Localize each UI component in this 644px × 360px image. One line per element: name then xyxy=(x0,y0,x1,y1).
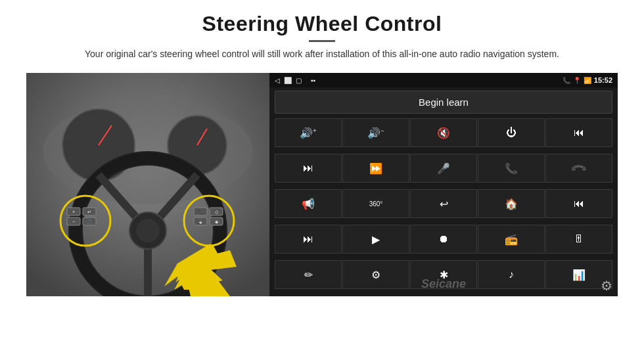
skip-next-icon: ⏭ xyxy=(303,233,313,245)
status-bar: ◁ ⬜ ▢ ▪▪ 📞 📍 📶 15:52 xyxy=(269,73,618,87)
android-ui-panel: ◁ ⬜ ▢ ▪▪ 📞 📍 📶 15:52 Begin learn xyxy=(269,73,618,296)
svg-point-12 xyxy=(136,219,160,242)
settings-gear-button[interactable]: ⚙ xyxy=(601,278,612,294)
navigate-button[interactable]: ▶ xyxy=(342,225,409,254)
begin-learn-button[interactable]: Begin learn xyxy=(275,91,612,114)
bluetooth-icon: ✱ xyxy=(440,269,448,281)
control-grid: 🔊+ 🔊− 🔇 ⏻ ⏮ ⏭ ⏩ 🎤 📞 📞 📢 360° ↩ 🏠 ⏮ ⏭ xyxy=(269,117,618,296)
prev-track-icon: ⏮ xyxy=(574,127,584,139)
hang-up-button[interactable]: 📞 xyxy=(545,154,612,183)
location-icon: 📍 xyxy=(573,77,581,84)
next-track-icon: ⏭ xyxy=(303,162,313,174)
next-track-button[interactable]: ⏭ xyxy=(275,154,342,183)
skip-next-button[interactable]: ⏭ xyxy=(275,225,342,254)
svg-text:↵: ↵ xyxy=(87,210,91,214)
vol-up-button[interactable]: 🔊+ xyxy=(275,118,342,147)
music-button[interactable]: ♪ xyxy=(478,260,545,289)
svg-text:🎵: 🎵 xyxy=(87,219,93,225)
phone-icon: 📞 xyxy=(563,77,570,84)
back-icon: ↩ xyxy=(440,198,448,210)
fast-fwd-button[interactable]: ⏩ xyxy=(342,154,409,183)
svg-text:+: + xyxy=(72,210,75,214)
radio-button[interactable]: 📻 xyxy=(478,225,545,254)
begin-learn-row: Begin learn xyxy=(269,87,618,117)
vol-down-button[interactable]: 🔊− xyxy=(342,118,409,147)
status-bar-left: ◁ ⬜ ▢ ▪▪ xyxy=(275,77,315,84)
title-divider xyxy=(309,40,335,42)
edit-icon: ✏ xyxy=(304,269,313,281)
home-button[interactable]: 🏠 xyxy=(478,189,545,218)
announce-icon: 📢 xyxy=(302,198,315,210)
source-button[interactable]: ⏺ xyxy=(410,225,477,254)
prev-icon: ⏮ xyxy=(574,198,584,210)
signal-icon: ▪▪ xyxy=(311,77,315,84)
content-row: + − ↵ 🎵 📞 ⬙ ◇ ◈ xyxy=(26,73,618,296)
navigate-icon: ▶ xyxy=(372,233,380,246)
home-icon: 🏠 xyxy=(505,198,518,210)
status-bar-right: 📞 📍 📶 15:52 xyxy=(563,76,612,84)
source-icon: ⏺ xyxy=(438,233,449,245)
bluetooth-button[interactable]: ✱ xyxy=(410,260,477,289)
home-nav-icon[interactable]: ⬜ xyxy=(284,77,292,84)
settings-dot-icon: ⚙ xyxy=(371,269,380,281)
steering-wheel-image: + − ↵ 🎵 📞 ⬙ ◇ ◈ xyxy=(26,73,269,296)
svg-text:📞: 📞 xyxy=(198,209,204,215)
announce-button[interactable]: 📢 xyxy=(275,189,342,218)
vol-down-icon: 🔊− xyxy=(367,127,384,139)
back-button[interactable]: ↩ xyxy=(410,189,477,218)
radio-icon: 📻 xyxy=(505,233,518,246)
camera-360-button[interactable]: 360° xyxy=(342,189,409,218)
title-section: Steering Wheel Control Your original car… xyxy=(85,12,559,69)
clock: 15:52 xyxy=(594,76,612,84)
mic-button[interactable]: 🎤 xyxy=(410,154,477,183)
settings-dot-button[interactable]: ⚙ xyxy=(342,260,409,289)
svg-text:⬙: ⬙ xyxy=(199,220,202,224)
fast-fwd-icon: ⏩ xyxy=(369,162,382,175)
power-icon: ⏻ xyxy=(506,127,517,139)
mute-button[interactable]: 🔇 xyxy=(410,118,477,147)
music-icon: ♪ xyxy=(509,269,514,281)
page-title: Steering Wheel Control xyxy=(85,12,559,36)
camera-360-icon: 360° xyxy=(369,200,383,208)
prev-button[interactable]: ⏮ xyxy=(545,189,612,218)
hang-up-icon: 📞 xyxy=(570,159,588,177)
power-button[interactable]: ⏻ xyxy=(478,118,545,147)
wifi-icon: 📶 xyxy=(584,77,591,84)
call-button[interactable]: 📞 xyxy=(478,154,545,183)
eq-icon: 🎚 xyxy=(574,233,584,245)
prev-track-button[interactable]: ⏮ xyxy=(545,118,612,147)
back-nav-icon[interactable]: ◁ xyxy=(275,77,280,84)
recents-nav-icon[interactable]: ▢ xyxy=(296,77,302,84)
svg-text:−: − xyxy=(72,219,75,224)
call-icon: 📞 xyxy=(505,162,518,175)
page-subtitle: Your original car's steering wheel contr… xyxy=(85,47,559,61)
mic-icon: 🎤 xyxy=(437,162,450,175)
edit-button[interactable]: ✏ xyxy=(275,260,342,289)
equalizer-icon: 📊 xyxy=(572,269,586,281)
vol-up-icon: 🔊+ xyxy=(300,127,316,139)
page-container: Steering Wheel Control Your original car… xyxy=(0,0,644,360)
mute-icon: 🔇 xyxy=(437,127,450,139)
eq-button[interactable]: 🎚 xyxy=(545,225,612,254)
